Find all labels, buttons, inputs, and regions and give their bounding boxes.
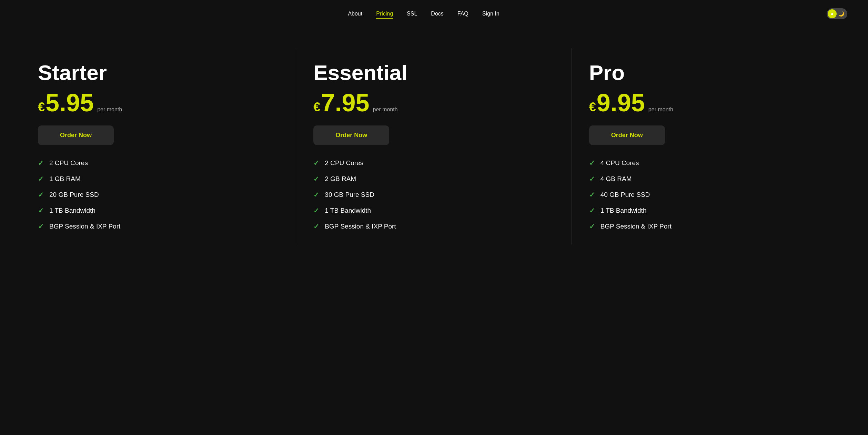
feature-list: ✓2 CPU Cores✓1 GB RAM✓20 GB Pure SSD✓1 T… [38,159,279,231]
order-now-button[interactable]: Order Now [313,125,389,145]
price-period: per month [97,107,122,113]
nav-item-docs[interactable]: Docs [431,11,443,17]
feature-item: ✓4 GB RAM [589,175,830,183]
check-icon: ✓ [313,175,319,183]
feature-item: ✓2 CPU Cores [38,159,279,167]
feature-list: ✓4 CPU Cores✓4 GB RAM✓40 GB Pure SSD✓1 T… [589,159,830,231]
plan-name: Pro [589,62,830,83]
plan-name: Starter [38,62,279,83]
feature-text: 1 TB Bandwidth [600,207,647,214]
check-icon: ✓ [313,191,319,199]
feature-item: ✓BGP Session & IXP Port [589,222,830,231]
feature-text: 2 GB RAM [325,175,356,183]
feature-text: 2 CPU Cores [49,159,88,167]
plan-card-essential: Essential€7.95per monthOrder Now✓2 CPU C… [296,48,572,244]
nav-item-pricing[interactable]: Pricing [376,11,393,17]
price-currency: € [38,100,45,114]
feature-item: ✓1 TB Bandwidth [313,206,554,215]
feature-item: ✓1 TB Bandwidth [38,206,279,215]
check-icon: ✓ [313,222,319,231]
feature-text: 30 GB Pure SSD [325,191,374,199]
check-icon: ✓ [38,175,44,183]
order-now-button[interactable]: Order Now [589,125,665,145]
feature-text: BGP Session & IXP Port [600,223,672,230]
feature-item: ✓BGP Session & IXP Port [313,222,554,231]
price-period: per month [648,107,673,113]
feature-item: ✓30 GB Pure SSD [313,191,554,199]
feature-item: ✓2 GB RAM [313,175,554,183]
check-icon: ✓ [313,159,319,167]
feature-item: ✓40 GB Pure SSD [589,191,830,199]
pricing-section: Starter€5.95per monthOrder Now✓2 CPU Cor… [0,28,868,272]
plan-card-pro: Pro€9.95per monthOrder Now✓4 CPU Cores✓4… [572,48,847,244]
feature-text: BGP Session & IXP Port [325,223,396,230]
plan-name: Essential [313,62,554,83]
feature-item: ✓BGP Session & IXP Port [38,222,279,231]
feature-list: ✓2 CPU Cores✓2 GB RAM✓30 GB Pure SSD✓1 T… [313,159,554,231]
check-icon: ✓ [38,159,44,167]
price-amount: 5.95 [46,90,94,115]
check-icon: ✓ [38,206,44,215]
moon-icon: 🌙 [837,9,846,18]
feature-item: ✓20 GB Pure SSD [38,191,279,199]
check-icon: ✓ [313,206,319,215]
feature-item: ✓1 GB RAM [38,175,279,183]
sun-icon: ● [828,9,837,18]
plan-card-starter: Starter€5.95per monthOrder Now✓2 CPU Cor… [21,48,296,244]
check-icon: ✓ [589,191,595,199]
nav-item-ssl[interactable]: SSL [407,11,417,17]
feature-text: BGP Session & IXP Port [49,223,120,230]
price-amount: 9.95 [597,90,645,115]
check-icon: ✓ [589,222,595,231]
nav-links: AboutPricingSSLDocsFAQSign In [348,11,499,17]
check-icon: ✓ [589,159,595,167]
theme-toggle[interactable]: ● 🌙 [827,8,847,19]
plan-price: €7.95per month [313,90,554,115]
price-amount: 7.95 [321,90,369,115]
nav-item-about[interactable]: About [348,11,362,17]
feature-text: 1 TB Bandwidth [325,207,371,214]
feature-text: 1 TB Bandwidth [49,207,95,214]
feature-item: ✓4 CPU Cores [589,159,830,167]
check-icon: ✓ [589,206,595,215]
plan-price: €5.95per month [38,90,279,115]
price-period: per month [373,107,398,113]
check-icon: ✓ [38,191,44,199]
check-icon: ✓ [589,175,595,183]
feature-text: 20 GB Pure SSD [49,191,99,199]
feature-text: 4 GB RAM [600,175,632,183]
feature-text: 2 CPU Cores [325,159,363,167]
check-icon: ✓ [38,222,44,231]
price-currency: € [589,100,596,114]
feature-item: ✓2 CPU Cores [313,159,554,167]
order-now-button[interactable]: Order Now [38,125,114,145]
nav-item-sign-in[interactable]: Sign In [482,11,499,17]
feature-text: 1 GB RAM [49,175,81,183]
navbar: AboutPricingSSLDocsFAQSign In ● 🌙 [0,0,868,28]
feature-text: 40 GB Pure SSD [600,191,650,199]
price-currency: € [313,100,320,114]
feature-text: 4 CPU Cores [600,159,639,167]
feature-item: ✓1 TB Bandwidth [589,206,830,215]
nav-right: ● 🌙 [827,8,847,19]
plan-price: €9.95per month [589,90,830,115]
nav-item-faq[interactable]: FAQ [457,11,468,17]
